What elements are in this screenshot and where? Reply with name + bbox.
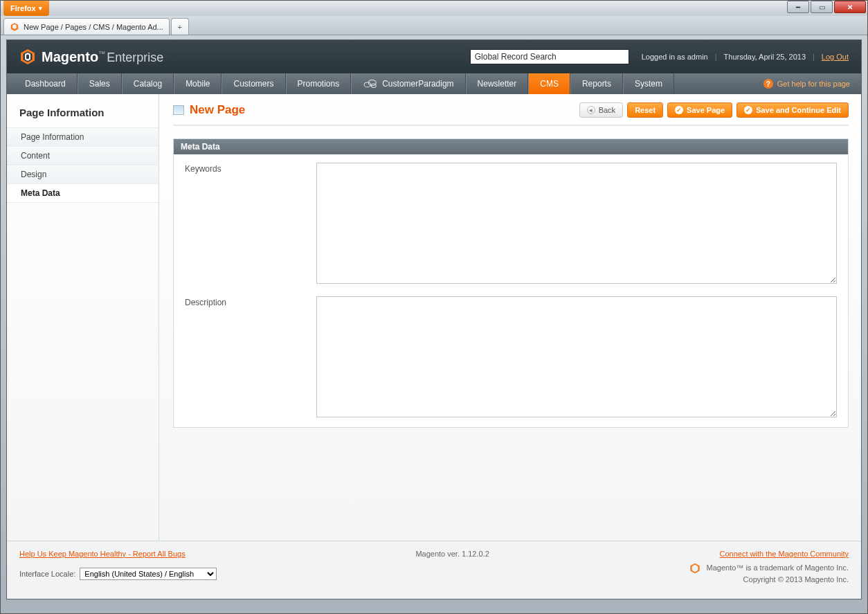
browser-tab[interactable]: New Page / Pages / CMS / Magento Ad... (3, 18, 170, 35)
check-icon: ✓ (675, 106, 683, 114)
sidebar-tab-page-information[interactable]: Page Information (7, 127, 159, 147)
clouds-icon (363, 78, 378, 90)
nav-system[interactable]: System (623, 73, 674, 94)
locale-label: Interface Locale: (19, 570, 75, 578)
page-icon (173, 105, 184, 115)
caret-down-icon: ▾ (39, 5, 42, 12)
report-bugs-link[interactable]: Help Us Keep Magento Healthy - Report Al… (19, 550, 186, 558)
browser-tab-strip: New Page / Pages / CMS / Magento Ad... + (1, 16, 867, 35)
nav-sales[interactable]: Sales (78, 73, 122, 94)
check-icon: ✓ (744, 106, 752, 114)
magento-small-icon (689, 563, 700, 574)
meta-data-fieldset: Meta Data Keywords Description (173, 138, 849, 428)
back-button[interactable]: ◂ Back (579, 102, 623, 118)
nav-customers[interactable]: Customers (221, 73, 285, 94)
divider (173, 125, 849, 126)
save-continue-button[interactable]: ✓ Save and Continue Edit (736, 102, 849, 118)
nav-reports[interactable]: Reports (570, 73, 623, 94)
back-arrow-icon: ◂ (587, 106, 595, 114)
fieldset-legend: Meta Data (174, 139, 848, 154)
sidebar-title: Page Information (7, 107, 159, 128)
trademark-text: Magento™ is a trademark of Magento Inc. (707, 563, 849, 572)
nav-customerparadigm[interactable]: CustomerParadigm (351, 73, 465, 94)
sidebar-tab-content[interactable]: Content (7, 146, 159, 165)
help-link[interactable]: ? Get help for this page (763, 73, 854, 94)
brand-light: Enterprise (107, 51, 163, 64)
window-minimize-button[interactable]: ━ (787, 1, 809, 13)
main-nav: Dashboard Sales Catalog Mobile Customers… (7, 73, 861, 94)
version-text: Magento ver. 1.12.0.2 (186, 550, 720, 558)
header-date: Thursday, April 25, 2013 (724, 53, 806, 61)
nav-cms[interactable]: CMS (528, 73, 570, 94)
app-viewport: Magento™Enterprise Logged in as admin | … (6, 39, 862, 599)
keywords-label: Keywords (185, 163, 316, 284)
brand-bold: Magento (42, 49, 98, 64)
sidebar-tab-meta-data[interactable]: Meta Data (7, 183, 159, 203)
nav-catalog[interactable]: Catalog (122, 73, 174, 94)
sidebar: Page Information Page Information Conten… (7, 94, 159, 541)
description-label: Description (185, 296, 316, 417)
window-titlebar: Firefox ▾ ━ ▭ ✕ (1, 1, 867, 16)
copyright-text: Copyright © 2013 Magento Inc. (689, 574, 849, 586)
firefox-label: Firefox (10, 4, 36, 12)
community-link[interactable]: Connect with the Magento Community (720, 550, 849, 558)
window-frame: Firefox ▾ ━ ▭ ✕ New Page / Pages / CMS /… (0, 0, 868, 614)
footer: Help Us Keep Magento Healthy - Report Al… (7, 541, 861, 599)
window-maximize-button[interactable]: ▭ (811, 1, 833, 13)
nav-dashboard[interactable]: Dashboard (14, 73, 78, 94)
keywords-textarea[interactable] (316, 163, 837, 284)
logged-in-text: Logged in as admin (642, 53, 708, 61)
tab-favicon-icon (10, 22, 19, 32)
new-tab-button[interactable]: + (171, 18, 189, 35)
sidebar-tab-design[interactable]: Design (7, 165, 159, 184)
magento-header: Magento™Enterprise Logged in as admin | … (7, 40, 861, 73)
logout-link[interactable]: Log Out (822, 53, 849, 61)
magento-hex-icon (19, 48, 36, 65)
magento-logo: Magento™Enterprise (19, 48, 163, 65)
firefox-menu-button[interactable]: Firefox ▾ (3, 1, 49, 16)
save-page-button[interactable]: ✓ Save Page (667, 102, 732, 118)
nav-newsletter[interactable]: Newsletter (466, 73, 529, 94)
nav-promotions[interactable]: Promotions (286, 73, 352, 94)
content-area: New Page ◂ Back Reset ✓ Save Page (159, 94, 861, 541)
window-close-button[interactable]: ✕ (834, 1, 866, 13)
tab-title: New Page / Pages / CMS / Magento Ad... (24, 23, 163, 31)
nav-mobile[interactable]: Mobile (174, 73, 221, 94)
page-title: New Page (190, 103, 245, 117)
reset-button[interactable]: Reset (627, 102, 663, 118)
help-icon: ? (763, 79, 773, 89)
locale-select[interactable]: English (United States) / English (80, 568, 217, 580)
description-textarea[interactable] (316, 296, 837, 417)
global-search-input[interactable] (470, 49, 629, 64)
